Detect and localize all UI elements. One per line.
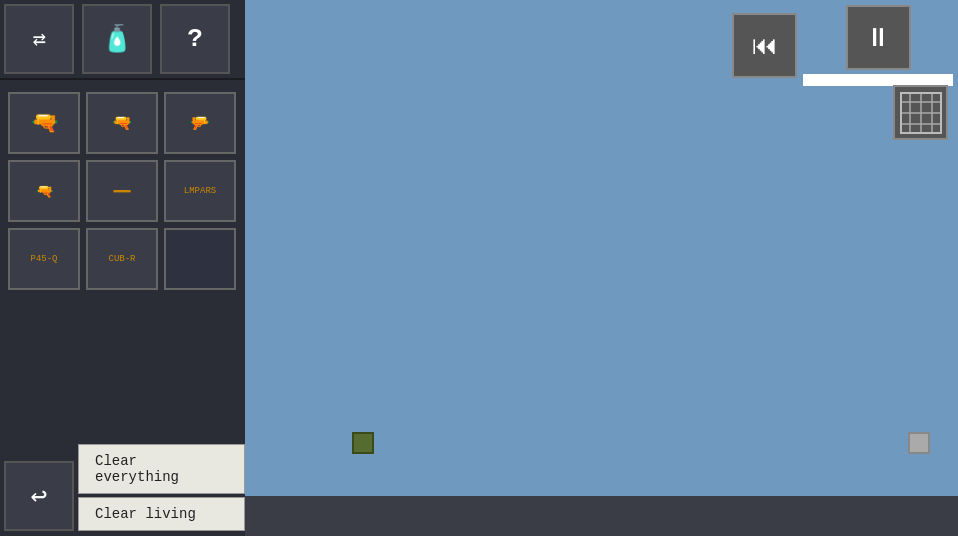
weapon-cell-7[interactable]: P45-Q bbox=[8, 228, 80, 290]
weapon-label-6: LMPARS bbox=[184, 186, 216, 196]
rewind-button[interactable]: ⏮ bbox=[732, 13, 797, 78]
question-icon: ? bbox=[187, 24, 203, 54]
weapon-icon-3: 🔫 bbox=[190, 113, 210, 133]
weapon-cell-2[interactable]: 🔫 bbox=[86, 92, 158, 154]
sidebar: ⇄ 🧴 ? 🔫 🔫 🔫 🔫 ━━ LMPARS P4 bbox=[0, 0, 245, 536]
bag-icon: 🧴 bbox=[101, 23, 133, 55]
grid-toggle-button[interactable] bbox=[893, 85, 948, 140]
weapon-cell-3[interactable]: 🔫 bbox=[164, 92, 236, 154]
pause-icon: ⏸ bbox=[865, 22, 891, 54]
weapon-icon-1: 🔫 bbox=[31, 110, 58, 137]
weapon-label-8: CUB-R bbox=[108, 254, 135, 264]
game-object-white bbox=[908, 432, 930, 454]
bag-button[interactable]: 🧴 bbox=[82, 4, 152, 74]
weapon-icon-5: ━━ bbox=[114, 183, 131, 200]
weapon-cell-6[interactable]: LMPARS bbox=[164, 160, 236, 222]
bottom-toolbar: ↩ Clear everything Clear living bbox=[0, 456, 245, 536]
exit-button[interactable]: ↩ bbox=[4, 461, 74, 531]
rewind-icon: ⏮ bbox=[752, 30, 778, 62]
pause-button[interactable]: ⏸ bbox=[846, 5, 911, 70]
help-button[interactable]: ? bbox=[160, 4, 230, 74]
game-object-green bbox=[352, 432, 374, 454]
context-menu: Clear everything Clear living bbox=[78, 444, 245, 531]
weapon-cell-9[interactable] bbox=[164, 228, 236, 290]
weapon-cell-5[interactable]: ━━ bbox=[86, 160, 158, 222]
clear-everything-button[interactable]: Clear everything bbox=[78, 444, 245, 494]
ground-bar bbox=[245, 496, 958, 536]
weapon-icon-2: 🔫 bbox=[112, 113, 132, 133]
progress-bar-container bbox=[803, 70, 953, 86]
top-right-controls: ⏮ ⏸ bbox=[732, 5, 953, 86]
toolbar: ⇄ 🧴 ? bbox=[0, 0, 245, 80]
swap-icon: ⇄ bbox=[32, 26, 45, 53]
weapon-cell-1[interactable]: 🔫 bbox=[8, 92, 80, 154]
weapon-icon-4: 🔫 bbox=[36, 183, 53, 200]
weapon-label-7: P45-Q bbox=[30, 254, 57, 264]
exit-icon: ↩ bbox=[31, 479, 48, 513]
weapon-grid: 🔫 🔫 🔫 🔫 ━━ LMPARS P45-Q CUB-R bbox=[0, 84, 245, 298]
weapon-cell-4[interactable]: 🔫 bbox=[8, 160, 80, 222]
grid-icon bbox=[899, 91, 943, 135]
clear-living-button[interactable]: Clear living bbox=[78, 497, 245, 531]
swap-button[interactable]: ⇄ bbox=[4, 4, 74, 74]
weapon-cell-8[interactable]: CUB-R bbox=[86, 228, 158, 290]
